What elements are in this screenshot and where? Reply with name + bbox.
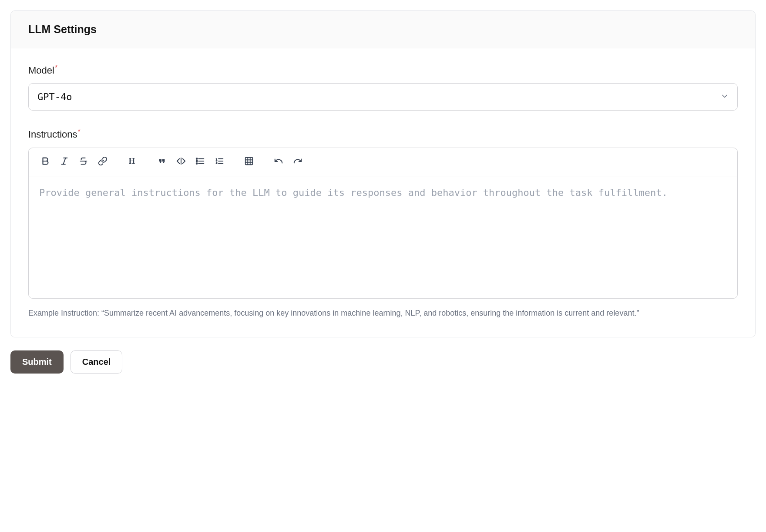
heading-button[interactable]: H: [124, 153, 141, 171]
model-label: Model*: [28, 64, 738, 76]
redo-button[interactable]: [289, 153, 306, 171]
instructions-label-text: Instructions: [28, 129, 77, 140]
table-icon: [244, 156, 254, 167]
model-label-text: Model: [28, 65, 54, 76]
instructions-label: Instructions*: [28, 128, 738, 140]
editor-toolbar: H: [29, 148, 737, 176]
code-icon: [176, 156, 186, 167]
link-icon: [98, 156, 108, 167]
italic-icon: [60, 156, 69, 167]
heading-icon: H: [128, 156, 137, 167]
instructions-field: Instructions*: [28, 128, 738, 319]
svg-text:H: H: [129, 157, 135, 166]
link-button[interactable]: [94, 153, 111, 171]
unordered-list-icon: [195, 156, 205, 167]
italic-button[interactable]: [56, 153, 73, 171]
strikethrough-icon: [79, 156, 88, 167]
quote-icon: [157, 156, 167, 167]
submit-button[interactable]: Submit: [10, 350, 64, 374]
required-indicator: *: [78, 128, 81, 135]
quote-button[interactable]: [153, 153, 171, 171]
model-field: Model* GPT-4o: [28, 64, 738, 111]
undo-icon: [274, 156, 283, 167]
instructions-textarea[interactable]: Provide general instructions for the LLM…: [29, 176, 737, 298]
unordered-list-button[interactable]: [192, 153, 209, 171]
bold-icon: [40, 156, 50, 167]
strikethrough-button[interactable]: [75, 153, 92, 171]
svg-point-11: [196, 163, 198, 164]
instructions-placeholder: Provide general instructions for the LLM…: [39, 187, 668, 198]
svg-point-9: [196, 158, 198, 159]
ordered-list-button[interactable]: [211, 153, 228, 171]
code-button[interactable]: [172, 153, 190, 171]
model-select-wrapper: GPT-4o: [28, 83, 738, 111]
undo-button[interactable]: [270, 153, 287, 171]
panel-body: Model* GPT-4o Instructions*: [11, 48, 755, 337]
svg-point-10: [196, 161, 198, 162]
panel-header: LLM Settings: [11, 11, 755, 48]
redo-icon: [293, 156, 302, 167]
model-select[interactable]: GPT-4o: [28, 83, 738, 111]
bold-button[interactable]: [37, 153, 54, 171]
form-footer: Submit Cancel: [10, 350, 756, 374]
panel-title: LLM Settings: [28, 23, 738, 36]
instructions-help-text: Example Instruction: “Summarize recent A…: [28, 307, 738, 320]
svg-line-2: [63, 158, 66, 165]
required-indicator: *: [55, 64, 57, 71]
cancel-button[interactable]: Cancel: [71, 350, 123, 374]
ordered-list-icon: [215, 156, 224, 167]
table-button[interactable]: [240, 153, 258, 171]
llm-settings-panel: LLM Settings Model* GPT-4o Instructions*: [10, 10, 756, 337]
svg-rect-15: [245, 158, 253, 165]
instructions-editor: H: [28, 148, 738, 299]
